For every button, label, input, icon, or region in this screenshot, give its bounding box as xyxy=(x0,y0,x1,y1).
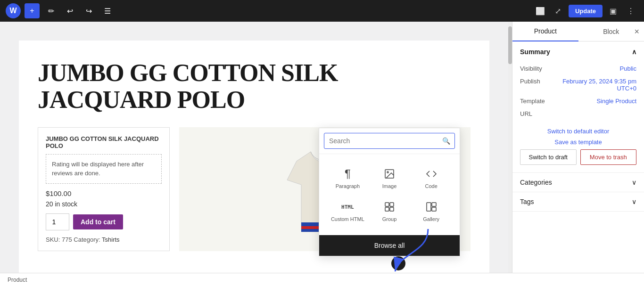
summary-section-header[interactable]: Summary ∧ xyxy=(512,41,644,62)
summary-section: Summary ∧ Visibility Public Publish Febr… xyxy=(512,41,644,173)
publish-row: Publish February 25, 2024 9:35 pm UTC+0 xyxy=(512,75,644,95)
search-row xyxy=(319,128,460,154)
svg-rect-8 xyxy=(390,207,394,211)
custom-html-icon: HTML xyxy=(341,200,354,213)
browse-all-button[interactable]: Browse all xyxy=(319,235,460,256)
gallery-icon xyxy=(426,200,437,213)
category-label: Category: xyxy=(74,236,100,243)
product-info-card: JUMBO GG COTTON SILK JACQUARD POLO Ratin… xyxy=(38,127,170,251)
block-item-group[interactable]: Group xyxy=(369,195,411,228)
block-inserter-popup: ¶ Paragraph Image xyxy=(319,128,460,256)
image-label: Image xyxy=(382,183,397,189)
svg-rect-11 xyxy=(432,207,436,211)
toolbar-right: ⬜ ⤢ Update ▣ ⋮ xyxy=(533,3,638,18)
more-options-button[interactable]: ⋮ xyxy=(623,3,638,18)
block-item-custom-html[interactable]: HTML Custom HTML xyxy=(327,195,369,228)
product-meta: SKU: 775 Category: Tshirts xyxy=(46,236,162,243)
status-label: Product xyxy=(8,277,27,283)
url-row: URL xyxy=(512,107,644,120)
block-item-paragraph[interactable]: ¶ Paragraph xyxy=(327,162,369,195)
redo-button[interactable]: ↪ xyxy=(81,3,96,18)
svg-rect-9 xyxy=(427,203,431,211)
product-card-name: JUMBO GG COTTON SILK JACQUARD POLO xyxy=(46,135,162,149)
image-icon xyxy=(384,167,395,180)
search-wrap xyxy=(324,133,455,149)
gallery-label: Gallery xyxy=(423,216,439,222)
preview-button[interactable]: ⬜ xyxy=(533,3,548,18)
product-price: $100.00 xyxy=(46,189,162,197)
visibility-value[interactable]: Public xyxy=(620,65,636,72)
tools-button[interactable]: ✏ xyxy=(43,3,58,18)
action-row: Switch to draft Move to trash xyxy=(520,149,636,165)
category-link[interactable]: Tshirts xyxy=(102,236,120,243)
block-item-code[interactable]: Code xyxy=(410,162,452,195)
block-grid: ¶ Paragraph Image xyxy=(319,154,460,235)
add-to-cart-button[interactable]: Add to cart xyxy=(73,214,123,229)
block-item-gallery[interactable]: Gallery xyxy=(410,195,452,228)
categories-section[interactable]: Categories ∨ xyxy=(512,173,644,192)
save-template-button[interactable]: Save as template xyxy=(554,139,602,146)
move-trash-button[interactable]: Move to trash xyxy=(580,149,637,165)
sidebar-tabs: Product Block × xyxy=(512,22,644,41)
paragraph-icon: ¶ xyxy=(345,167,351,180)
categories-chevron-icon: ∨ xyxy=(632,179,636,186)
url-label: URL xyxy=(520,110,532,117)
add-block-toolbar-button[interactable]: + xyxy=(25,3,40,18)
publish-value[interactable]: February 25, 2024 9:35 pm UTC+0 xyxy=(561,78,636,92)
product-actions: Add to cart xyxy=(46,213,162,230)
tags-label: Tags xyxy=(520,198,534,205)
template-row: Template Single Product xyxy=(512,95,644,107)
sku-label: SKU: 775 xyxy=(46,236,72,243)
visibility-row: Visibility Public xyxy=(512,62,644,75)
switch-editor-button[interactable]: Switch to default editor xyxy=(547,128,610,135)
editor-area[interactable]: JUMBO GG COTTON SILK JACQUARD POLO JUMBO… xyxy=(0,22,508,273)
product-title: JUMBO GG COTTON SILK JACQUARD POLO xyxy=(38,59,471,113)
publish-label: Publish xyxy=(520,78,540,85)
svg-rect-10 xyxy=(432,203,436,206)
svg-rect-5 xyxy=(385,203,389,206)
sidebar-actions: Switch to default editor Save as templat… xyxy=(512,120,644,172)
product-stock: 20 in stock xyxy=(46,200,162,208)
scrollbar-thumb xyxy=(508,26,512,64)
main-layout: JUMBO GG COTTON SILK JACQUARD POLO JUMBO… xyxy=(0,22,644,273)
tags-section[interactable]: Tags ∨ xyxy=(512,192,644,212)
svg-rect-6 xyxy=(390,203,394,206)
sidebar: Product Block × Summary ∧ Visibility Pub… xyxy=(512,22,644,273)
custom-html-label: Custom HTML xyxy=(331,216,364,222)
external-button[interactable]: ⤢ xyxy=(551,3,566,18)
svg-point-4 xyxy=(387,172,388,173)
group-label: Group xyxy=(382,216,397,222)
visibility-label: Visibility xyxy=(520,65,542,72)
undo-button[interactable]: ↩ xyxy=(62,3,77,18)
template-value[interactable]: Single Product xyxy=(596,98,636,105)
main-toolbar: W + ✏ ↩ ↪ ☰ ⬜ ⤢ Update ▣ ⋮ xyxy=(0,0,644,22)
list-view-button[interactable]: ☰ xyxy=(100,3,115,18)
sidebar-close-button[interactable]: × xyxy=(634,26,639,36)
switch-draft-button[interactable]: Switch to draft xyxy=(520,149,577,165)
settings-button[interactable]: ▣ xyxy=(605,3,620,18)
status-bar: Product xyxy=(0,273,644,286)
categories-label: Categories xyxy=(520,179,552,186)
wp-logo[interactable]: W xyxy=(6,3,21,18)
code-icon xyxy=(426,167,437,180)
update-button[interactable]: Update xyxy=(569,5,603,17)
paragraph-label: Paragraph xyxy=(336,183,360,189)
add-block-below-button[interactable]: + xyxy=(391,256,405,270)
editor-scrollbar[interactable] xyxy=(508,22,512,273)
summary-collapse-icon: ∧ xyxy=(632,48,636,56)
template-label: Template xyxy=(520,98,545,105)
tags-chevron-icon: ∨ xyxy=(632,198,636,205)
sidebar-content: Summary ∧ Visibility Public Publish Febr… xyxy=(512,41,644,273)
code-label: Code xyxy=(425,183,438,189)
svg-rect-7 xyxy=(385,207,389,211)
quantity-input[interactable] xyxy=(46,213,69,230)
editor-content: JUMBO GG COTTON SILK JACQUARD POLO JUMBO… xyxy=(19,41,489,273)
block-search-input[interactable] xyxy=(324,133,455,149)
group-icon xyxy=(384,200,395,213)
block-item-image[interactable]: Image xyxy=(369,162,411,195)
summary-label: Summary xyxy=(520,48,550,56)
tab-product[interactable]: Product xyxy=(512,22,578,41)
rating-box: Rating will be displayed here after revi… xyxy=(46,154,162,183)
